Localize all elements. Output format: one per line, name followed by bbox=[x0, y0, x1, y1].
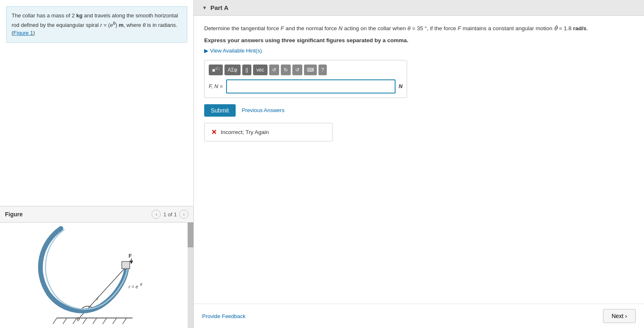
hint-icon: ▶ bbox=[204, 48, 208, 54]
fraction-sqrt-icon: ■√□ bbox=[212, 67, 219, 73]
problem-statement: The collar has a mass of 2 kg and travel… bbox=[6, 6, 187, 43]
svg-line-5 bbox=[93, 318, 97, 324]
svg-rect-14 bbox=[122, 261, 130, 268]
svg-text:F: F bbox=[128, 253, 132, 259]
feedback-text: Incorrect; Try Again bbox=[221, 129, 269, 135]
right-panel: ▼ Part A Determine the tangential force … bbox=[194, 0, 644, 328]
undo-icon: ↺ bbox=[272, 67, 276, 73]
svg-line-8 bbox=[123, 318, 127, 324]
question-text: Determine the tangential force F and the… bbox=[204, 24, 636, 33]
redo-button[interactable]: ↻ bbox=[281, 65, 291, 75]
math-toolbar: ■√□ ΑΣφ || vec ↺ ↻ ↺ bbox=[209, 65, 403, 75]
pipe-icon: || bbox=[246, 67, 248, 73]
figure-scroll-thumb[interactable] bbox=[188, 223, 193, 247]
part-header: ▼ Part A bbox=[194, 0, 644, 16]
svg-line-3 bbox=[73, 318, 77, 324]
svg-line-2 bbox=[63, 318, 67, 324]
previous-answers-link[interactable]: Previous Answers bbox=[242, 107, 285, 113]
spiral-diagram: θ r r = e θ F bbox=[0, 223, 193, 326]
input-unit: N bbox=[399, 83, 403, 89]
refresh-icon: ↺ bbox=[295, 67, 299, 73]
vec-button[interactable]: vec bbox=[253, 65, 268, 75]
input-label: F, N = bbox=[209, 83, 223, 89]
feedback-box: ✕ Incorrect; Try Again bbox=[204, 123, 333, 141]
next-button[interactable]: Next › bbox=[603, 309, 636, 323]
svg-text:r: r bbox=[97, 296, 99, 302]
svg-line-7 bbox=[113, 318, 117, 324]
vec-icon: vec bbox=[256, 67, 264, 73]
help-icon: ? bbox=[321, 67, 324, 73]
keyboard-icon: ⌨ bbox=[307, 67, 314, 73]
svg-text:θ: θ bbox=[77, 316, 80, 322]
help-button[interactable]: ? bbox=[318, 65, 327, 75]
figure-scrollbar[interactable] bbox=[188, 223, 193, 328]
matrix-button[interactable]: ΑΣφ bbox=[224, 65, 241, 75]
keyboard-button[interactable]: ⌨ bbox=[304, 65, 317, 75]
submit-button[interactable]: Submit bbox=[204, 104, 236, 117]
hint-link[interactable]: ▶ View Available Hint(s) bbox=[204, 48, 636, 54]
svg-line-1 bbox=[53, 318, 57, 324]
svg-line-6 bbox=[103, 318, 107, 324]
svg-text:θ: θ bbox=[140, 283, 142, 287]
figure-title: Figure bbox=[5, 211, 23, 218]
action-row: Submit Previous Answers bbox=[204, 104, 636, 117]
hint-label: View Available Hint(s) bbox=[210, 48, 262, 54]
figure-nav: ‹ 1 of 1 › bbox=[152, 210, 188, 219]
left-panel: The collar has a mass of 2 kg and travel… bbox=[0, 0, 194, 328]
svg-text:r = e: r = e bbox=[128, 284, 138, 289]
problem-text: The collar has a mass of 2 kg and travel… bbox=[12, 12, 178, 36]
undo-button[interactable]: ↺ bbox=[269, 65, 279, 75]
math-input-row: F, N = N bbox=[209, 79, 403, 93]
part-title: Part A bbox=[210, 4, 229, 11]
part-content: Determine the tangential force F and the… bbox=[194, 16, 644, 304]
fraction-sqrt-button[interactable]: ■√□ bbox=[209, 65, 223, 75]
refresh-button[interactable]: ↺ bbox=[292, 65, 302, 75]
bottom-bar: Provide Feedback Next › bbox=[194, 304, 644, 328]
provide-feedback-link[interactable]: Provide Feedback bbox=[202, 313, 246, 319]
svg-line-4 bbox=[83, 318, 87, 324]
matrix-icon: ΑΣφ bbox=[228, 67, 237, 73]
answer-input[interactable] bbox=[226, 79, 396, 93]
figure-next-button[interactable]: › bbox=[179, 210, 188, 219]
part-toggle-icon[interactable]: ▼ bbox=[202, 5, 207, 11]
incorrect-icon: ✕ bbox=[211, 128, 217, 136]
redo-icon: ↻ bbox=[284, 67, 288, 73]
figure-section: Figure ‹ 1 of 1 › bbox=[0, 206, 193, 328]
pipe-button[interactable]: || bbox=[242, 65, 251, 75]
figure-counter: 1 of 1 bbox=[163, 211, 177, 218]
figure-prev-button[interactable]: ‹ bbox=[152, 210, 161, 219]
figure-header: Figure ‹ 1 of 1 › bbox=[0, 206, 193, 223]
math-input-box: ■√□ ΑΣφ || vec ↺ ↻ ↺ bbox=[204, 60, 407, 98]
figure-canvas: θ r r = e θ F bbox=[0, 223, 193, 328]
figure-link[interactable]: Figure 1 bbox=[13, 30, 33, 36]
emphasis-text: Express your answers using three signifi… bbox=[204, 37, 636, 43]
